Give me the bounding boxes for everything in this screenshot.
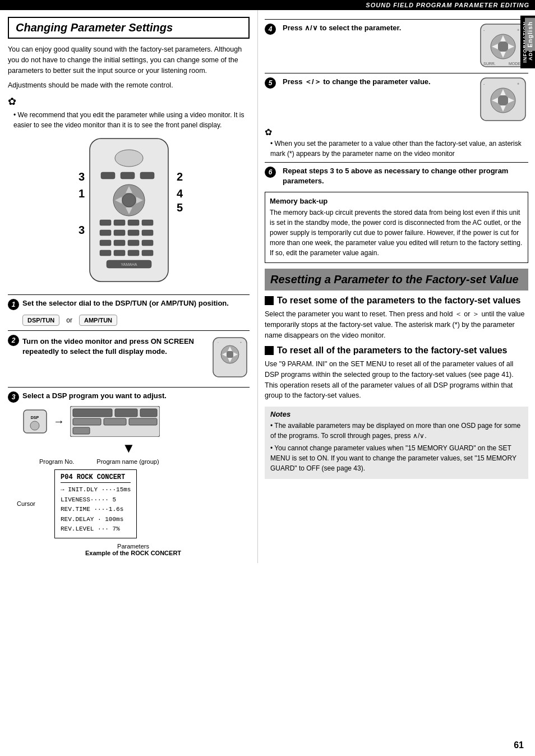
step3-header: 3 Select a DSP program you want to adjus… [8,387,250,403]
prog-label-no: Program No. [39,458,74,465]
step2-header: 2 Turn on the video monitor and press ON… [8,330,250,382]
black-square-2 [265,346,274,355]
svg-rect-14 [142,220,153,225]
left-section-title: Changing Parameter Settings [8,17,250,39]
step4-number: 4 [265,24,276,35]
svg-rect-46 [104,418,126,425]
step6-text: Repeat steps 3 to 5 above as necessary t… [283,166,528,186]
svg-point-40 [30,421,39,430]
prog-row-3: REV.DELAY · 100ms [61,515,131,525]
svg-rect-11 [100,220,111,225]
svg-rect-16 [114,230,125,236]
subsection2-title: To reset all of the parameters to the fa… [277,345,508,357]
prog-title: P04 ROCK CONCERT [61,473,131,483]
note-item-0: The available parameters may be displaye… [270,421,523,441]
svg-text:SURR.: SURR. [483,62,496,66]
step2-number: 2 [8,335,19,346]
tip-icon-2: ✿ [265,127,528,137]
step-label-2: 2 [177,170,183,183]
step-label-3-mid: 3 [79,224,85,236]
tip-note-2: When you set the parameter to a value ot… [270,139,528,159]
svg-rect-20 [114,240,125,246]
svg-point-31 [226,351,234,358]
svg-rect-2 [101,172,115,179]
svg-rect-44 [140,409,157,417]
prog-row-2: REV.TIME ····1.6s [61,505,131,515]
step2-remote-image: - + [210,336,250,380]
svg-point-51 [497,41,509,52]
svg-rect-4 [140,172,154,179]
selector-row: DSP/TUN or AMP/TUN [22,315,250,326]
svg-text:+: + [517,28,519,32]
memory-backup-box: Memory back-up The memory back-up circui… [265,192,528,263]
step1-header: 1 Set the selector dial to the DSP/TUN (… [8,294,250,310]
step4-header: 4 Press ∧/∨ to select the parameter. [265,23,528,70]
step5-number: 5 [265,77,276,89]
svg-rect-42 [73,409,112,417]
header-title: SOUND FIELD PROGRAM PARAMETER EDITING [366,2,529,8]
memory-backup-text: The memory back-up circuit prevents the … [270,208,523,258]
down-arrow: ▼ [8,440,250,456]
reset-section-title: Resetting a Parameter to the Factory-set… [265,269,528,291]
subsection2-text: Use "9 PARAM. INI" on the SET MENU to re… [265,359,528,401]
step1-number: 1 [8,299,19,310]
subsection1-text: Select the parameter you want to reset. … [265,309,528,340]
cursor-label: Cursor [17,500,35,507]
dsp-arrow-row: DSP → [22,406,250,437]
step4-text: Press ∧/∨ to select the parameter. [283,23,401,33]
params-label: Parameters [17,543,250,550]
step-label-1: 1 [79,187,85,200]
step5-container: 5 Press ＜/＞ to change the parameter valu… [265,73,528,123]
program-display-wrapper: Program No. Program name (group) Cursor … [17,458,250,556]
svg-rect-21 [128,240,139,246]
note-item-1: You cannot change parameter values when … [270,443,523,473]
prog-row-1: LIVENESS····· 5 [61,495,131,505]
step-label-5: 5 [177,201,183,214]
page-number: 61 [514,740,524,750]
prog-label-name: Program name (group) [96,458,159,465]
svg-rect-18 [142,230,153,236]
prog-row-0: → INIT.DLY ····15ms [61,485,131,495]
svg-rect-48 [73,427,90,434]
svg-rect-47 [129,418,157,425]
notes-text: The available parameters may be displaye… [270,421,523,473]
dsp-display [70,406,160,437]
left-column: Changing Parameter Settings You can enjo… [0,10,258,563]
remote-image-container: YAMAHA 3 1 2 4 5 3 [8,136,250,289]
notes-title: Notes [270,410,523,418]
svg-point-6 [122,193,136,207]
remote-svg: YAMAHA 3 1 2 4 5 3 [56,136,202,287]
notes-box: Notes The available parameters may be di… [265,407,528,479]
svg-rect-3 [121,172,135,179]
header-bar: SOUND FIELD PROGRAM PARAMETER EDITING [0,0,535,10]
memory-backup-title: Memory back-up [270,197,523,205]
step-label-3-top: 3 [79,170,85,183]
or-text: or [66,316,72,324]
dial1: DSP/TUN [22,315,59,326]
svg-rect-24 [114,250,125,256]
step6-number: 6 [265,167,276,178]
svg-text:+: + [517,82,519,86]
svg-point-62 [497,95,509,106]
step-label-4: 4 [177,187,183,200]
svg-rect-25 [128,250,139,256]
svg-rect-19 [100,240,111,246]
tip-icon-1: ✿ [8,95,250,108]
svg-rect-23 [100,250,111,256]
program-display: P04 ROCK CONCERT → INIT.DLY ····15ms LIV… [54,469,137,538]
svg-rect-15 [100,230,111,236]
prog-row-4: REV.LEVEL ··· 7% [61,524,131,534]
svg-rect-13 [128,220,139,225]
tip-note: We recommend that you edit the parameter… [13,110,250,130]
svg-rect-22 [142,240,153,246]
svg-text:MODE: MODE [509,62,520,66]
subsection1-header: To reset some of the parameters to the f… [265,295,528,307]
svg-rect-17 [128,230,139,236]
step5-text: Press ＜/＞ to change the parameter value. [283,77,431,87]
step2-row: Turn on the video monitor and press ON S… [22,336,250,380]
step6-container: 6 Repeat steps 3 to 5 above as necessary… [265,162,528,186]
black-square-1 [265,296,274,305]
arrow-symbol: → [53,415,64,428]
step4-container: 4 Press ∧/∨ to select the parameter. [265,19,528,70]
svg-text:YAMAHA: YAMAHA [121,262,137,266]
